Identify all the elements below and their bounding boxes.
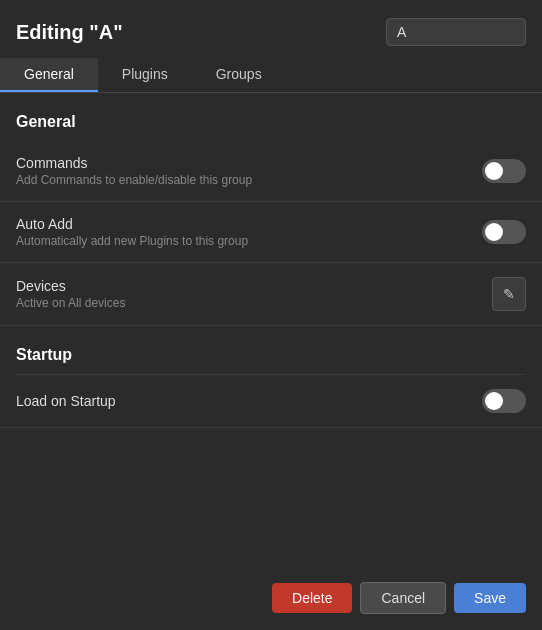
page-title: Editing "A" <box>16 21 123 44</box>
devices-desc: Active on All devices <box>16 296 125 310</box>
load-on-startup-info: Load on Startup <box>16 393 116 409</box>
name-input[interactable] <box>386 18 526 46</box>
general-section-title: General <box>0 93 542 141</box>
save-button[interactable]: Save <box>454 583 526 613</box>
devices-label: Devices <box>16 278 125 294</box>
tab-general[interactable]: General <box>0 58 98 92</box>
commands-toggle[interactable] <box>482 159 526 183</box>
delete-button[interactable]: Delete <box>272 583 352 613</box>
load-on-startup-toggle-thumb <box>485 392 503 410</box>
startup-section-title: Startup <box>0 326 542 374</box>
devices-edit-button[interactable]: ✎ <box>492 277 526 311</box>
commands-label: Commands <box>16 155 252 171</box>
auto-add-label: Auto Add <box>16 216 248 232</box>
load-on-startup-label: Load on Startup <box>16 393 116 409</box>
load-on-startup-toggle[interactable] <box>482 389 526 413</box>
edit-icon: ✎ <box>503 286 515 302</box>
devices-info: Devices Active on All devices <box>16 278 125 310</box>
cancel-button[interactable]: Cancel <box>360 582 446 614</box>
tabs-bar: General Plugins Groups <box>0 58 542 93</box>
auto-add-setting-row: Auto Add Automatically add new Plugins t… <box>0 202 542 263</box>
commands-toggle-thumb <box>485 162 503 180</box>
header: Editing "A" <box>0 0 542 58</box>
footer-actions: Delete Cancel Save <box>272 582 526 614</box>
devices-setting-row: Devices Active on All devices ✎ <box>0 263 542 326</box>
auto-add-desc: Automatically add new Plugins to this gr… <box>16 234 248 248</box>
tab-groups[interactable]: Groups <box>192 58 286 92</box>
load-on-startup-setting-row: Load on Startup <box>0 375 542 428</box>
auto-add-toggle[interactable] <box>482 220 526 244</box>
tab-plugins[interactable]: Plugins <box>98 58 192 92</box>
auto-add-toggle-thumb <box>485 223 503 241</box>
commands-info: Commands Add Commands to enable/disable … <box>16 155 252 187</box>
auto-add-info: Auto Add Automatically add new Plugins t… <box>16 216 248 248</box>
commands-desc: Add Commands to enable/disable this grou… <box>16 173 252 187</box>
page-container: Editing "A" General Plugins Groups Gener… <box>0 0 542 630</box>
commands-setting-row: Commands Add Commands to enable/disable … <box>0 141 542 202</box>
